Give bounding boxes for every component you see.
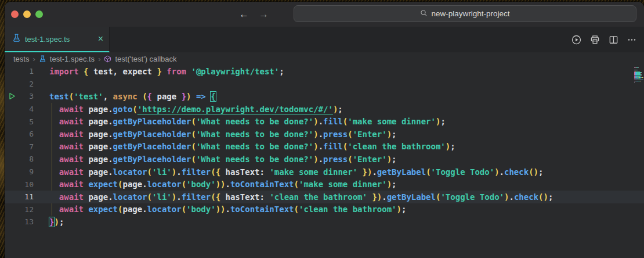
token: ( — [69, 92, 74, 101]
token: 'clean the bathroom' — [269, 192, 367, 202]
token: ( — [147, 192, 152, 202]
token: }) — [363, 167, 372, 177]
close-tab-icon[interactable]: × — [98, 34, 103, 44]
breadcrumb-folder[interactable]: tests — [13, 55, 29, 63]
token: await — [59, 167, 84, 177]
token: 'body' — [186, 205, 216, 214]
token — [49, 205, 59, 214]
tab-label: test-1.spec.ts — [25, 35, 94, 44]
minimize-window-button[interactable] — [23, 10, 31, 18]
code-line-11[interactable]: 11 await page.locator('li').filter({ has… — [5, 191, 644, 203]
token: ; — [279, 67, 284, 76]
token: { — [147, 92, 152, 101]
token: ( — [182, 180, 186, 189]
code-line-3[interactable]: 3test('test', async ({ page }) => { — [5, 90, 644, 103]
code-text: await page.getByPlaceholder('What needs … — [34, 142, 455, 151]
code-line-13[interactable]: 13}); — [5, 216, 644, 228]
token: ) — [313, 142, 318, 151]
token: fill — [323, 142, 343, 151]
code-line-5[interactable]: 5 await page.getByPlaceholder('What need… — [5, 115, 644, 128]
token: ) — [387, 130, 392, 139]
minimap[interactable] — [634, 67, 643, 83]
navigate-back-button[interactable]: ← — [239, 2, 249, 27]
code-line-10[interactable]: 10 await expect(page.locator('body')).to… — [5, 178, 644, 191]
token: . — [319, 117, 323, 126]
minimap-line — [634, 82, 643, 83]
token: from — [162, 67, 191, 76]
code-editor[interactable]: 1import { test, expect } from '@playwrig… — [5, 65, 644, 258]
token: page. — [84, 192, 113, 202]
run-test-gutter-icon[interactable] — [5, 92, 19, 100]
code-line-4[interactable]: 4 await page.goto('https://demo.playwrig… — [5, 103, 644, 116]
token: page — [152, 92, 182, 101]
token: ; — [548, 192, 553, 202]
code-line-8[interactable]: 8 await page.getByPlaceholder('What need… — [5, 153, 644, 166]
code-text: }); — [34, 217, 64, 227]
token: page. — [122, 205, 147, 214]
line-number: 12 — [19, 205, 34, 214]
code-line-7[interactable]: 7 await page.getByPlaceholder('What need… — [5, 141, 644, 153]
breadcrumb-file[interactable]: test-1.spec.ts — [50, 55, 95, 63]
token: ; — [450, 142, 455, 151]
close-window-button[interactable] — [11, 10, 19, 18]
breadcrumb-symbol[interactable]: test('test') callback — [115, 55, 176, 63]
token: } — [157, 67, 161, 76]
token: ( — [191, 142, 196, 151]
token: ( — [343, 142, 348, 151]
token: getByLabel — [387, 192, 436, 202]
token: getByPlaceholder — [113, 130, 191, 139]
split-editor-icon[interactable] — [609, 35, 618, 45]
code-line-9[interactable]: 9 await page.locator('li').filter({ hasT… — [5, 166, 644, 178]
minimap-line — [634, 71, 643, 71]
editor-actions — [571, 27, 636, 52]
token: await — [59, 142, 84, 151]
token — [206, 92, 211, 101]
breadcrumb: tests › test-1.spec.ts › test('test') ca… — [5, 52, 644, 65]
token: ( — [132, 105, 137, 114]
token: ) — [313, 117, 318, 126]
token: getByPlaceholder — [113, 155, 191, 164]
token: => — [196, 92, 206, 101]
token: . — [319, 155, 323, 164]
token: ( — [191, 130, 196, 139]
token: 'Toggle Todo' — [440, 192, 504, 202]
run-test-icon[interactable] — [571, 35, 581, 45]
token: 'clean the bathroom' — [348, 142, 446, 151]
line-number: 11 — [19, 192, 34, 201]
token: ) — [172, 167, 176, 177]
token — [49, 180, 59, 189]
token: 'What needs to be done?' — [196, 142, 313, 151]
token: ( — [142, 92, 147, 101]
token — [49, 192, 59, 202]
token: getByPlaceholder — [113, 117, 191, 126]
token: ) — [186, 92, 191, 101]
traffic-lights — [11, 10, 43, 18]
code-line-6[interactable]: 6 await page.getByPlaceholder('What need… — [5, 128, 644, 141]
token — [49, 167, 59, 177]
print-icon[interactable] — [590, 35, 600, 45]
token: { — [211, 92, 215, 101]
code-line-12[interactable]: 12 await expect(page.locator('body')).to… — [5, 203, 644, 216]
token: 'clean the bathroom' — [299, 205, 397, 214]
code-line-1[interactable]: 1import { test, expect } from '@playwrig… — [5, 65, 644, 78]
code-line-2[interactable]: 2 — [5, 78, 644, 91]
chevron-right-icon: › — [98, 55, 100, 63]
token: await — [59, 205, 89, 214]
token: . — [226, 180, 230, 189]
minimap-line — [634, 77, 643, 78]
token: . — [382, 192, 386, 202]
command-center[interactable]: new-playwright-project — [294, 5, 636, 22]
token: ( — [182, 205, 186, 214]
token: ) — [446, 142, 450, 151]
more-actions-icon[interactable] — [627, 35, 636, 44]
tab-test-1-spec[interactable]: test-1.spec.ts × — [5, 27, 110, 52]
navigate-forward-button[interactable]: → — [259, 2, 269, 27]
token — [49, 105, 59, 114]
token: 'What needs to be done?' — [196, 130, 313, 139]
minimap-line — [634, 76, 643, 77]
token: press — [323, 130, 348, 139]
token: ( — [348, 130, 352, 139]
token: expect — [88, 205, 118, 214]
zoom-window-button[interactable] — [35, 10, 43, 18]
token: hasText: — [220, 167, 269, 177]
